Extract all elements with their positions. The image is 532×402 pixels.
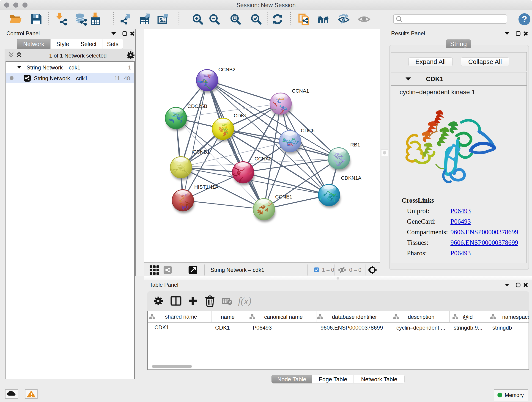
svg-text:CCNA1: CCNA1: [292, 88, 309, 94]
svg-text:CCNB1: CCNB1: [193, 149, 210, 155]
svg-text:name: name: [221, 314, 234, 320]
svg-text:1 – 0: 1 – 0: [322, 267, 334, 273]
svg-text:RB1: RB1: [350, 142, 360, 148]
svg-text:P06493: P06493: [253, 325, 272, 331]
svg-text:CDC25B: CDC25B: [187, 103, 207, 109]
svg-text:CCNE1: CCNE1: [275, 194, 292, 200]
svg-text:CDK1: CDK1: [154, 324, 169, 331]
svg-text:CCNA2: CCNA2: [254, 156, 272, 162]
svg-text:f(x): f(x): [238, 296, 251, 306]
svg-text:CCNB2: CCNB2: [218, 67, 235, 72]
svg-text:CDKN1A: CDKN1A: [341, 175, 361, 181]
svg-text:String Network – cdk1: String Network – cdk1: [210, 267, 264, 273]
svg-text:CDK1: CDK1: [234, 113, 247, 119]
svg-text:stringdb:9...: stringdb:9...: [454, 325, 482, 331]
svg-text:shared name: shared name: [165, 313, 197, 320]
svg-text:CDC6: CDC6: [301, 128, 315, 133]
svg-text:cyclin–dependent ...: cyclin–dependent ...: [396, 325, 445, 331]
svg-text:database identifier: database identifier: [332, 314, 377, 320]
svg-text:namespace: namespace: [502, 314, 529, 320]
svg-text:?: ?: [522, 14, 527, 24]
svg-text:description: description: [408, 314, 434, 320]
svg-text:HIST1H1A: HIST1H1A: [194, 184, 218, 190]
svg-text:stringdb: stringdb: [492, 325, 512, 331]
svg-text:9606.ENSP00000378699: 9606.ENSP00000378699: [321, 325, 383, 331]
svg-text:CDK1: CDK1: [215, 325, 230, 331]
svg-text:canonical name: canonical name: [264, 314, 303, 320]
svg-text:@id: @id: [463, 314, 473, 320]
svg-text:0 – 0: 0 – 0: [349, 267, 361, 273]
